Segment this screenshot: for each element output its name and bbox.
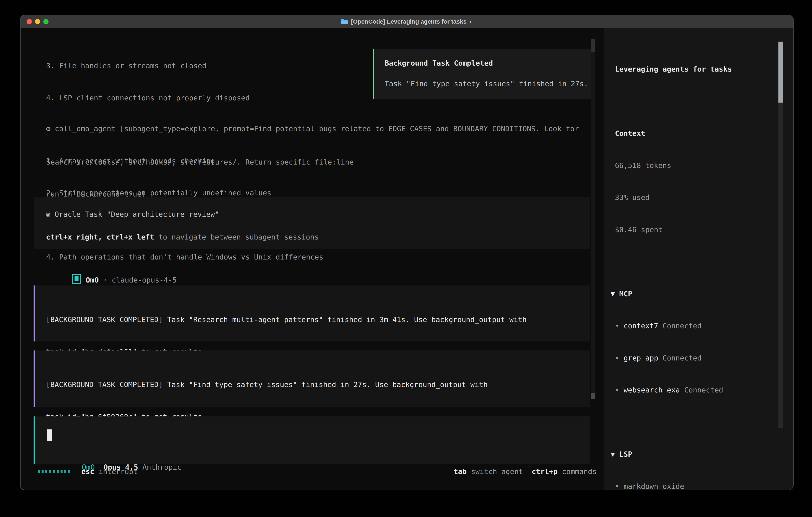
task-message-card[interactable]: [BACKGROUND TASK COMPLETED] Task "Resear… bbox=[34, 285, 590, 342]
session-title: Leveraging agents for tasks bbox=[611, 64, 781, 75]
context-tokens: 66,518 tokens bbox=[611, 160, 781, 171]
context-used: 33% used bbox=[611, 192, 781, 203]
sidebar: Leveraging agents for tasks Context 66,5… bbox=[604, 28, 793, 490]
window-title: [OpenCode] Leveraging agents for tasks ◐ bbox=[341, 18, 473, 25]
mcp-section-header[interactable]: ▼ MCP bbox=[611, 289, 781, 299]
zoom-button[interactable] bbox=[44, 19, 49, 24]
agent-square-icon bbox=[72, 274, 81, 284]
gear-icon: ⚙ bbox=[46, 125, 51, 133]
context-header: Context bbox=[611, 128, 781, 139]
mcp-item: • websearch_exa Connected bbox=[611, 385, 781, 396]
chat-scrollbar-track[interactable] bbox=[591, 38, 596, 399]
sidebar-scrollbar-track[interactable] bbox=[778, 103, 783, 429]
lsp-section-header[interactable]: ▼ LSP bbox=[611, 449, 781, 460]
bullet-icon: • bbox=[611, 354, 624, 362]
sidebar-scrollbar-thumb[interactable] bbox=[778, 42, 783, 103]
tool-call-line: 2. String operations on potentially unde… bbox=[46, 188, 579, 198]
mcp-item: • grep_app Connected bbox=[611, 353, 781, 363]
window-title-text: [OpenCode] Leveraging agents for tasks bbox=[351, 18, 467, 25]
tool-call-line: 4. Path operations that don't handle Win… bbox=[46, 252, 579, 263]
tool-call-line: 1. Array access without bounds checking bbox=[46, 156, 579, 166]
opencode-window: [OpenCode] Leveraging agents for tasks ◐… bbox=[20, 15, 793, 490]
esc-key-hint: esc bbox=[81, 466, 94, 477]
statusbar-right: tab switch agent ctrl+p commands bbox=[454, 466, 597, 477]
activity-dots-icon bbox=[38, 470, 70, 473]
chevron-down-icon: ▼ MCP bbox=[611, 290, 632, 298]
oracle-task-title: ◉ Oracle Task "Deep architecture review" bbox=[46, 209, 219, 220]
bullet-icon: • bbox=[611, 322, 624, 330]
traffic-lights bbox=[27, 19, 49, 24]
agent-model: claude-opus-4-5 bbox=[112, 276, 177, 284]
oracle-task-hint: ctrl+x right, ctrl+x left to navigate be… bbox=[46, 232, 319, 243]
bullet-icon: • bbox=[611, 386, 624, 394]
close-button[interactable] bbox=[27, 19, 32, 24]
chat-scrollbar-thumb-top[interactable] bbox=[591, 38, 596, 52]
toast-body: Task "Find type safety issues" finished … bbox=[385, 78, 588, 89]
titlebar: [OpenCode] Leveraging agents for tasks ◐ bbox=[21, 16, 793, 28]
input-provider: Anthropic bbox=[142, 463, 181, 471]
agent-name: OmO bbox=[86, 276, 99, 284]
task-message-card[interactable]: [BACKGROUND TASK COMPLETED] Task "Find t… bbox=[34, 351, 590, 407]
text-cursor bbox=[47, 430, 52, 441]
lsp-item: • markdown-oxide bbox=[611, 481, 781, 490]
toast-title: Background Task Completed bbox=[385, 58, 493, 69]
prompt-input[interactable]: OmO Opus 4.5 Anthropic bbox=[34, 416, 590, 464]
background-task-toast[interactable]: Background Task Completed Task "Find typ… bbox=[373, 49, 594, 99]
chat-line: 4. LSP client connections not properly d… bbox=[46, 92, 354, 103]
fisheye-icon: ◉ bbox=[46, 210, 50, 218]
oracle-task-card[interactable]: ◉ Oracle Task "Deep architecture review"… bbox=[34, 197, 590, 249]
chat-line: 3. File handles or streams not closed bbox=[46, 60, 354, 71]
tool-call-line: ⚙ call_omo_agent [subagent_type=explore,… bbox=[46, 124, 579, 134]
task-message-line: [BACKGROUND TASK COMPLETED] Task "Resear… bbox=[46, 314, 527, 325]
context-spent: $0.46 spent bbox=[611, 224, 781, 235]
chevron-down-icon: ▼ LSP bbox=[611, 450, 632, 458]
chat-scrollbar-thumb[interactable] bbox=[591, 393, 596, 399]
recording-indicator-icon: ◐ bbox=[469, 18, 473, 25]
task-message-line: [BACKGROUND TASK COMPLETED] Task "Find t… bbox=[46, 379, 488, 390]
folder-icon bbox=[341, 19, 348, 25]
statusbar-left: esc interrupt bbox=[38, 466, 138, 477]
tab-key-hint: tab bbox=[454, 466, 467, 477]
mcp-item: • context7 Connected bbox=[611, 321, 781, 331]
minimize-button[interactable] bbox=[35, 19, 40, 24]
ctrlp-key-hint: ctrl+p bbox=[523, 466, 558, 477]
